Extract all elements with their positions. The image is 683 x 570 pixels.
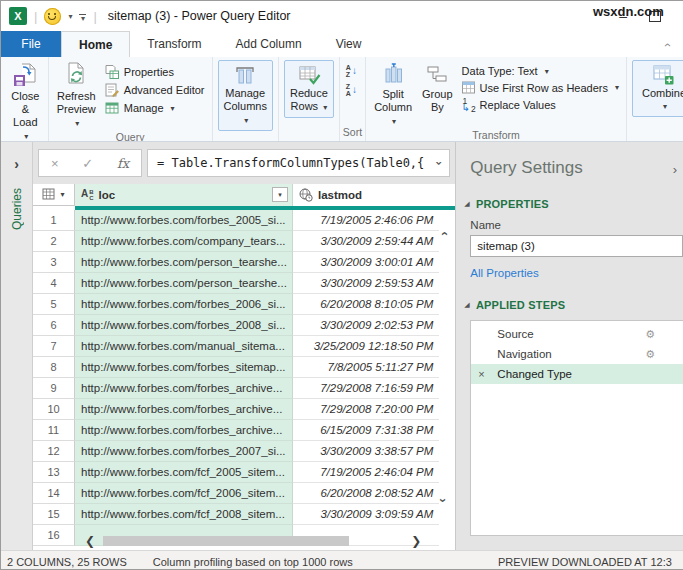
row-number[interactable]: 13 xyxy=(33,462,75,483)
tab-transform[interactable]: Transform xyxy=(130,31,218,57)
tab-add-column[interactable]: Add Column xyxy=(219,31,319,57)
properties-section-header[interactable]: ◢ PROPERTIES xyxy=(464,198,683,210)
properties-button[interactable]: Properties xyxy=(105,65,205,79)
loc-cell[interactable]: http://www.forbes.com/fcf_2005_sitem... xyxy=(75,462,293,483)
collapse-ribbon-icon[interactable]: › xyxy=(660,43,674,47)
manage-columns-button[interactable]: Manage Columns ▾ xyxy=(218,60,273,131)
advanced-editor-button[interactable]: Advanced Editor xyxy=(105,83,205,97)
row-number[interactable]: 7 xyxy=(33,336,75,357)
expand-formula-icon[interactable]: › xyxy=(432,159,446,166)
filter-dropdown-button[interactable]: ▾ xyxy=(272,187,288,202)
scroll-right-icon[interactable]: ❯ xyxy=(411,535,421,547)
row-number[interactable]: 4 xyxy=(33,273,75,294)
delete-step-icon[interactable]: × xyxy=(478,368,484,380)
row-number[interactable]: 15 xyxy=(33,504,75,525)
vertical-scrollbar[interactable]: › › xyxy=(439,210,455,550)
row-number[interactable]: 12 xyxy=(33,441,75,462)
column-header-loc[interactable]: ABC loc ▾ xyxy=(75,184,293,206)
collapse-panel-icon[interactable]: › xyxy=(673,162,677,177)
replace-values-button[interactable]: 1 ↳ 2 Replace Values xyxy=(462,98,619,112)
gear-icon[interactable]: ⚙ xyxy=(645,348,655,361)
loc-cell[interactable]: http://www.forbes.com/forbes_archive... xyxy=(75,399,293,420)
reduce-rows-button[interactable]: Reduce Rows ▾ xyxy=(284,60,334,118)
loc-cell[interactable]: http://www.forbes.com/person_tearshe... xyxy=(75,273,293,294)
lastmod-cell[interactable]: 3/30/2009 2:59:53 AM xyxy=(293,273,439,294)
applied-step-source[interactable]: Source⚙ xyxy=(471,324,683,344)
loc-cell[interactable]: http://www.forbes.com/forbes_2006_si... xyxy=(75,294,293,315)
loc-cell[interactable]: http://www.forbes.com/fcf_2006_sitem... xyxy=(75,483,293,504)
lastmod-cell[interactable]: 7/19/2005 2:46:04 PM xyxy=(293,462,439,483)
scrollbar-track[interactable] xyxy=(103,536,403,546)
smiley-dropdown-icon[interactable]: ▾ xyxy=(68,12,72,21)
expand-queries-icon[interactable]: › xyxy=(14,156,19,172)
row-number[interactable]: 3 xyxy=(33,252,75,273)
lastmod-cell[interactable]: 3/30/2009 3:00:01 AM xyxy=(293,252,439,273)
loc-cell[interactable]: http://www.forbes.com/fcf_2008_sitem... xyxy=(75,504,293,525)
lastmod-cell[interactable]: 7/8/2005 5:11:27 PM xyxy=(293,357,439,378)
horizontal-scrollbar[interactable]: ❮ ❯ xyxy=(85,535,421,547)
scroll-down-icon[interactable]: › xyxy=(436,498,451,502)
queries-pane-collapsed[interactable]: › Queries xyxy=(1,142,33,550)
lastmod-cell[interactable]: 7/29/2008 7:20:00 PM xyxy=(293,399,439,420)
scrollbar-thumb[interactable] xyxy=(103,536,349,546)
sort-descending-button[interactable]: ZA ↓ xyxy=(346,83,357,97)
split-column-button[interactable]: Split Column ▾ xyxy=(369,57,417,128)
loc-cell[interactable]: http://www.forbes.com/forbes_archive... xyxy=(75,420,293,441)
lastmod-cell[interactable]: 6/15/2009 7:31:38 PM xyxy=(293,420,439,441)
commit-formula-icon[interactable]: ✓ xyxy=(82,156,93,171)
data-type-button[interactable]: Data Type: Text ▾ xyxy=(462,65,619,77)
cancel-formula-icon[interactable]: × xyxy=(51,156,59,171)
lastmod-cell[interactable]: 3/30/2009 2:02:53 PM xyxy=(293,315,439,336)
use-first-row-as-headers-button[interactable]: Use First Row as Headers ▾ xyxy=(462,81,619,94)
loc-cell[interactable]: http://www.forbes.com/forbes_2008_si... xyxy=(75,315,293,336)
row-number[interactable]: 9 xyxy=(33,378,75,399)
row-number[interactable]: 16 xyxy=(33,525,75,546)
tab-view[interactable]: View xyxy=(319,31,379,57)
lastmod-cell[interactable]: 7/19/2005 2:46:06 PM xyxy=(293,210,439,231)
row-number[interactable]: 6 xyxy=(33,315,75,336)
lastmod-cell[interactable]: 3/30/2009 3:38:57 PM xyxy=(293,441,439,462)
lastmod-cell[interactable]: 7/29/2008 7:16:59 PM xyxy=(293,378,439,399)
loc-cell[interactable]: http://www.forbes.com/forbes_sitemap... xyxy=(75,357,293,378)
column-header-lastmod[interactable]: lastmod xyxy=(293,184,439,206)
group-by-button[interactable]: Group By xyxy=(417,57,458,114)
loc-cell[interactable]: http://www.forbes.com/forbes_archive... xyxy=(75,378,293,399)
combine-button[interactable]: Combine ▾ xyxy=(632,60,683,117)
lastmod-cell[interactable]: 6/20/2008 8:10:05 PM xyxy=(293,294,439,315)
quick-access-toolbar-icon[interactable]: ▾ xyxy=(79,12,86,21)
feedback-smiley-icon[interactable] xyxy=(44,8,61,25)
row-number[interactable]: 5 xyxy=(33,294,75,315)
loc-cell[interactable]: http://www.forbes.com/manual_sitema... xyxy=(75,336,293,357)
row-number[interactable]: 10 xyxy=(33,399,75,420)
loc-cell[interactable]: http://www.forbes.com/person_tearshe... xyxy=(75,252,293,273)
query-name-input[interactable] xyxy=(470,235,683,257)
applied-step-navigation[interactable]: Navigation⚙ xyxy=(471,344,683,364)
applied-step-changed-type[interactable]: ×Changed Type xyxy=(471,364,683,384)
scroll-left-icon[interactable]: ❮ xyxy=(85,535,95,547)
sort-ascending-button[interactable]: AZ ↓ xyxy=(346,64,357,78)
manage-button[interactable]: Manage ▾ xyxy=(105,101,205,115)
lastmod-cell[interactable]: 3/25/2009 12:18:50 PM xyxy=(293,336,439,357)
row-number[interactable]: 2 xyxy=(33,231,75,252)
loc-cell[interactable]: http://www.forbes.com/company_tears... xyxy=(75,231,293,252)
lastmod-cell[interactable]: 6/20/2008 2:08:52 AM xyxy=(293,483,439,504)
applied-steps-section-header[interactable]: ◢ APPLIED STEPS xyxy=(464,299,683,311)
select-all-button[interactable]: ▾ xyxy=(33,184,75,206)
loc-cell[interactable]: http://www.forbes.com/forbes_2007_si... xyxy=(75,441,293,462)
gear-icon[interactable]: ⚙ xyxy=(645,328,655,341)
formula-input[interactable]: = Table.TransformColumnTypes(Table0,{ › xyxy=(147,149,450,177)
loc-cell[interactable]: http://www.forbes.com/forbes_2005_si... xyxy=(75,210,293,231)
tab-file[interactable]: File xyxy=(1,31,61,57)
row-number[interactable]: 14 xyxy=(33,483,75,504)
row-number[interactable]: 1 xyxy=(33,210,75,231)
row-number[interactable]: 8 xyxy=(33,357,75,378)
scroll-up-icon[interactable]: › xyxy=(436,231,451,235)
all-properties-link[interactable]: All Properties xyxy=(470,267,683,279)
fx-icon[interactable]: fx xyxy=(117,156,129,171)
close-and-load-button[interactable]: Close & Load ▾ xyxy=(6,57,45,142)
refresh-preview-button[interactable]: Refresh Preview ▾ xyxy=(52,57,101,130)
tab-home[interactable]: Home xyxy=(61,31,130,57)
lastmod-cell[interactable]: 3/30/2009 2:59:44 AM xyxy=(293,231,439,252)
lastmod-cell[interactable]: 3/30/2009 3:09:59 AM xyxy=(293,504,439,525)
row-number[interactable]: 11 xyxy=(33,420,75,441)
